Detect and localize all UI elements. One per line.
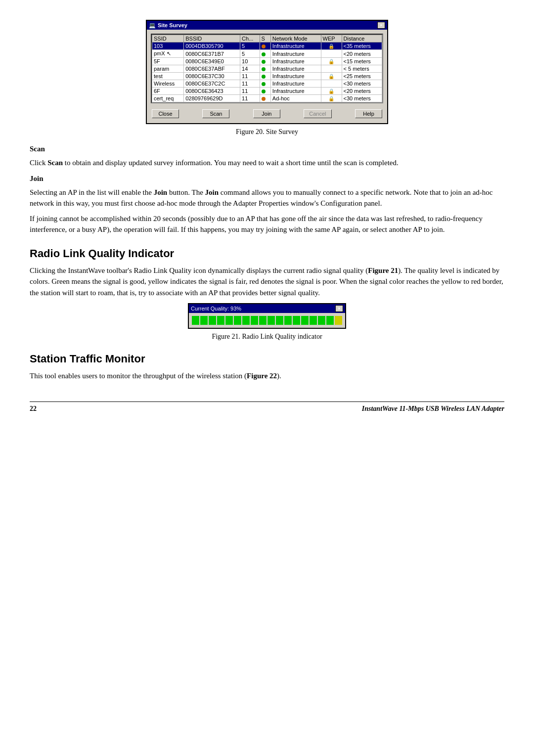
cell-ssid: Wireless bbox=[152, 80, 184, 88]
quality-body bbox=[189, 313, 345, 328]
col-bssid: BSSID bbox=[184, 35, 240, 43]
cell-signal bbox=[260, 73, 270, 80]
cell-signal bbox=[260, 65, 270, 73]
cell-ch: 11 bbox=[240, 73, 260, 80]
cell-distance: <35 meters bbox=[342, 43, 382, 50]
cell-signal bbox=[260, 80, 270, 88]
quality-bar-green bbox=[192, 316, 199, 325]
help-button[interactable]: Help bbox=[355, 109, 382, 118]
quality-bar-green bbox=[318, 316, 325, 325]
cell-mode: Infrastructure bbox=[270, 50, 321, 58]
cell-bssid: 0004DB305790 bbox=[184, 43, 240, 50]
join-para1: Selecting an AP in the list will enable … bbox=[30, 187, 504, 209]
table-row[interactable]: 1030004DB3057905Infrastructure🔒<35 meter… bbox=[152, 43, 382, 50]
quality-bar-green bbox=[251, 316, 258, 325]
radio-section-title: Radio Link Quality Indicator bbox=[30, 247, 504, 260]
cell-ssid: pmX ↖ bbox=[152, 50, 184, 58]
join-heading: Join bbox=[30, 175, 504, 183]
cell-wep: 🔒 bbox=[321, 73, 342, 80]
survey-table-body: 1030004DB3057905Infrastructure🔒<35 meter… bbox=[152, 43, 382, 102]
station-section-title: Station Traffic Monitor bbox=[30, 353, 504, 365]
cell-signal bbox=[260, 58, 270, 65]
quality-bar-green bbox=[310, 316, 317, 325]
quality-bar-green bbox=[326, 316, 334, 325]
cell-wep bbox=[321, 65, 342, 73]
quality-bar-green bbox=[276, 316, 283, 325]
window-close-btn[interactable]: × bbox=[377, 22, 385, 29]
cell-ch: 11 bbox=[240, 95, 260, 102]
quality-bar-green bbox=[234, 316, 241, 325]
join-button[interactable]: Join bbox=[253, 109, 280, 118]
cell-bssid: 0080C6E37ABF bbox=[184, 65, 240, 73]
cell-ch: 5 bbox=[240, 50, 260, 58]
station-para: This tool enables users to monitor the t… bbox=[30, 370, 504, 382]
page-number: 22 bbox=[30, 405, 37, 413]
lock-icon: 🔒 bbox=[328, 74, 334, 79]
cell-distance: <25 meters bbox=[342, 73, 382, 80]
table-row[interactable]: param0080C6E37ABF14Infrastructure< 5 met… bbox=[152, 65, 382, 73]
cell-mode: Infrastructure bbox=[270, 80, 321, 88]
quality-bar-green bbox=[259, 316, 267, 325]
cell-bssid: 0080C6E349E0 bbox=[184, 58, 240, 65]
window-icon: 💻 bbox=[149, 22, 156, 29]
table-row[interactable]: Wireless0080C6E37C2C11Infrastructure<30 … bbox=[152, 80, 382, 88]
window-title-text: 💻 Site Survey bbox=[149, 22, 187, 29]
cell-mode: Infrastructure bbox=[270, 43, 321, 50]
close-button[interactable]: Close bbox=[152, 109, 179, 118]
quality-bar-green bbox=[200, 316, 208, 325]
cell-distance: < 5 meters bbox=[342, 65, 382, 73]
figure-20-container: 💻 Site Survey × SSID BSSID Ch... S Netwo… bbox=[30, 20, 504, 136]
cell-ch: 11 bbox=[240, 88, 260, 95]
scan-button[interactable]: Scan bbox=[202, 109, 229, 118]
col-wep: WEP bbox=[321, 35, 342, 43]
quality-close-btn[interactable]: × bbox=[335, 305, 343, 312]
cell-ch: 5 bbox=[240, 43, 260, 50]
quality-bar-green bbox=[284, 316, 292, 325]
cell-ch: 14 bbox=[240, 65, 260, 73]
cell-ssid: 5F bbox=[152, 58, 184, 65]
table-row[interactable]: cert_req02809769629D11Ad-hoc🔒<30 meters bbox=[152, 95, 382, 102]
cell-distance: <20 meters bbox=[342, 88, 382, 95]
figure-20-caption: Figure 20. Site Survey bbox=[236, 128, 298, 136]
quality-bar-yellow bbox=[335, 316, 342, 325]
table-row[interactable]: test0080C6E37C3011Infrastructure🔒<25 met… bbox=[152, 73, 382, 80]
col-s: S bbox=[260, 35, 270, 43]
quality-bars bbox=[191, 315, 343, 326]
quality-bar-green bbox=[293, 316, 300, 325]
cell-signal bbox=[260, 95, 270, 102]
cell-mode: Infrastructure bbox=[270, 58, 321, 65]
cell-ssid: 6F bbox=[152, 88, 184, 95]
quality-bar-green bbox=[267, 316, 275, 325]
radio-para: Clicking the InstantWave toolbar's Radio… bbox=[30, 265, 504, 299]
cell-mode: Infrastructure bbox=[270, 65, 321, 73]
cell-wep: 🔒 bbox=[321, 95, 342, 102]
cell-ssid: 103 bbox=[152, 43, 184, 50]
cell-bssid: 0080C6E36423 bbox=[184, 88, 240, 95]
col-ch: Ch... bbox=[240, 35, 260, 43]
cell-mode: Infrastructure bbox=[270, 88, 321, 95]
join-para2: If joining cannot be accomplished within… bbox=[30, 213, 504, 235]
cell-mode: Infrastructure bbox=[270, 73, 321, 80]
table-header-row: SSID BSSID Ch... S Network Mode WEP Dist… bbox=[152, 35, 382, 43]
cell-bssid: 0080C6E37C30 bbox=[184, 73, 240, 80]
table-row[interactable]: 6F0080C6E3642311Infrastructure🔒<20 meter… bbox=[152, 88, 382, 95]
window-body: SSID BSSID Ch... S Network Mode WEP Dist… bbox=[147, 30, 387, 123]
lock-icon: 🔒 bbox=[328, 44, 334, 49]
lock-icon: 🔒 bbox=[328, 96, 334, 101]
cell-wep: 🔒 bbox=[321, 88, 342, 95]
quality-window: Current Quality: 93% × bbox=[188, 303, 346, 329]
scan-para: Click Scan to obtain and display updated… bbox=[30, 157, 504, 169]
cell-bssid: 0080C6E371B7 bbox=[184, 50, 240, 58]
cell-signal bbox=[260, 88, 270, 95]
cancel-button[interactable]: Cancel bbox=[304, 109, 331, 118]
scan-heading: Scan bbox=[30, 145, 504, 153]
survey-table-outer: SSID BSSID Ch... S Network Mode WEP Dist… bbox=[151, 34, 383, 103]
col-mode: Network Mode bbox=[270, 35, 321, 43]
cell-ch: 11 bbox=[240, 80, 260, 88]
cell-distance: <30 meters bbox=[342, 80, 382, 88]
table-row[interactable]: 5F0080C6E349E010Infrastructure🔒<15 meter… bbox=[152, 58, 382, 65]
table-row[interactable]: pmX ↖0080C6E371B75Infrastructure<20 mete… bbox=[152, 50, 382, 58]
col-ssid: SSID bbox=[152, 35, 184, 43]
lock-icon: 🔒 bbox=[328, 59, 334, 64]
quality-bar-green bbox=[209, 316, 216, 325]
